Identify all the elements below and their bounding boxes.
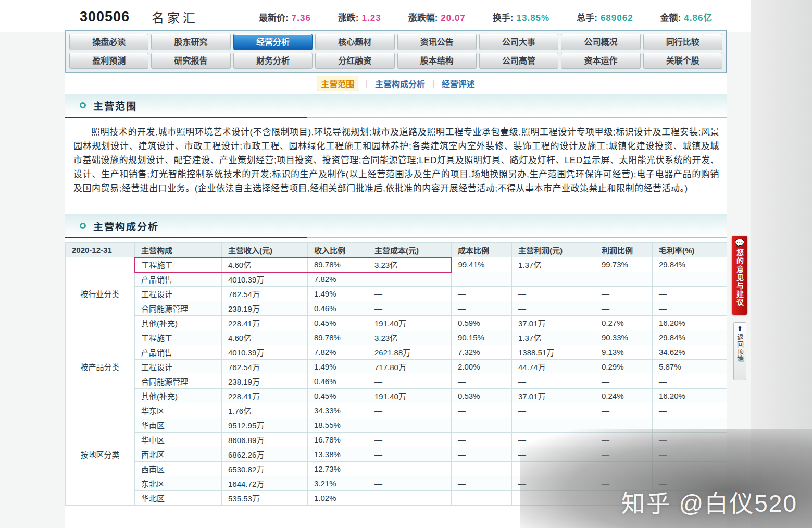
value-cell: — xyxy=(512,447,595,462)
tab-经营分析[interactable]: 经营分析 xyxy=(233,34,313,50)
tab-股本结构[interactable]: 股本结构 xyxy=(397,53,477,69)
value-cell: — xyxy=(653,491,727,506)
value-cell: 34.33% xyxy=(308,403,368,418)
composition-name: 产品销售 xyxy=(135,272,222,287)
value-cell: — xyxy=(512,301,595,316)
value-cell: — xyxy=(452,491,512,506)
table-body: 按行业分类工程施工4.60亿89.78%3.23亿99.41%1.37亿99.7… xyxy=(66,257,727,506)
group-label: 按行业分类 xyxy=(66,257,135,330)
value-cell: — xyxy=(368,272,452,287)
value-cell: 16.78% xyxy=(308,433,368,447)
feedback-button[interactable]: 💬 您的意见与建议 xyxy=(732,236,747,315)
back-to-top-button[interactable]: ⬆ 返回顶端 xyxy=(733,322,746,380)
speech-bubble-icon: 💬 xyxy=(735,239,745,247)
tab-股东研究[interactable]: 股东研究 xyxy=(151,34,230,50)
tab-row-2: 盈利预测研究报告财务分析分红融资股本结构公司高管资本运作关联个股 xyxy=(69,53,722,69)
tab-资本运作[interactable]: 资本运作 xyxy=(561,53,640,69)
composition-name: 工程设计 xyxy=(135,360,222,374)
value-cell: 29.84% xyxy=(653,257,727,272)
value-cell: 99.73% xyxy=(595,257,653,272)
value-cell: — xyxy=(368,418,452,433)
tab-分红融资[interactable]: 分红融资 xyxy=(315,53,394,69)
value-cell: 7.82% xyxy=(308,345,368,360)
subnav-item-主营构成分析[interactable]: 主营构成分析 xyxy=(375,77,425,90)
value-cell: 8606.89万 xyxy=(222,433,308,447)
section-bullet-icon xyxy=(80,223,86,229)
value-cell: 5.87% xyxy=(653,360,727,374)
value-cell: 1.76亿 xyxy=(222,403,308,418)
value-cell: 3.23亿 xyxy=(368,257,452,272)
value-cell: 191.40万 xyxy=(368,316,452,330)
value-cell: 2.00% xyxy=(452,360,512,374)
column-header: 利润比例 xyxy=(595,243,653,257)
quote-field: 金额:4.86亿 xyxy=(660,10,713,23)
value-cell: 0.59% xyxy=(452,316,512,330)
subnav-item-主营范围[interactable]: 主营范围 xyxy=(317,76,358,91)
value-cell: 18.55% xyxy=(308,418,368,433)
value-cell: 1388.51万 xyxy=(512,345,595,360)
tab-公司高管[interactable]: 公司高管 xyxy=(479,53,558,69)
value-cell: — xyxy=(595,491,653,506)
table-row: 东北区1644.72万3.21%————— xyxy=(66,476,727,491)
value-cell: — xyxy=(452,374,512,389)
tab-研究报告[interactable]: 研究报告 xyxy=(151,53,230,69)
tab-核心题材[interactable]: 核心题材 xyxy=(315,34,394,50)
value-cell: — xyxy=(653,403,727,418)
value-cell: 238.19万 xyxy=(222,301,308,316)
value-cell: 3.23亿 xyxy=(368,330,452,345)
value-cell: 535.53万 xyxy=(222,491,308,506)
value-cell: — xyxy=(512,476,595,491)
table-row: 华中区8606.89万16.78%————— xyxy=(66,433,727,447)
tab-同行比较[interactable]: 同行比较 xyxy=(643,34,722,50)
value-cell: 762.54万 xyxy=(222,287,308,301)
tab-公司大事[interactable]: 公司大事 xyxy=(479,34,558,50)
value-cell: — xyxy=(595,272,653,287)
value-cell: — xyxy=(368,287,452,301)
subnav-item-经营评述[interactable]: 经营评述 xyxy=(442,77,475,90)
value-cell: — xyxy=(452,403,512,418)
value-cell: 12.73% xyxy=(308,462,368,476)
tab-公司概况[interactable]: 公司概况 xyxy=(561,34,640,50)
value-cell: — xyxy=(452,447,512,462)
composition-name: 西北区 xyxy=(135,447,222,462)
quote-field: 最新价:7.36 xyxy=(259,10,311,23)
value-cell: — xyxy=(653,287,727,301)
value-cell: — xyxy=(512,462,595,476)
value-cell: — xyxy=(595,374,653,389)
value-cell: 44.74万 xyxy=(512,360,595,374)
value-cell: — xyxy=(595,301,653,316)
value-cell: 4010.39万 xyxy=(222,345,308,360)
value-cell: 0.27% xyxy=(595,316,653,330)
value-cell: 29.84% xyxy=(653,330,727,345)
value-cell: 99.41% xyxy=(452,257,512,272)
value-cell: — xyxy=(512,287,595,301)
column-header: 收入比例 xyxy=(308,243,368,257)
stock-name: 名家汇 xyxy=(152,8,198,26)
value-cell: — xyxy=(368,403,452,418)
value-cell: — xyxy=(653,476,727,491)
value-cell: 0.46% xyxy=(308,301,368,316)
table-header-row: 2020-12-31 主营构成主营收入(元)收入比例主营成本(元)成本比例主营利… xyxy=(66,243,727,257)
tab-盈利预测[interactable]: 盈利预测 xyxy=(69,53,148,69)
tab-关联个股[interactable]: 关联个股 xyxy=(643,53,722,69)
value-cell: 0.24% xyxy=(595,389,653,403)
value-cell: — xyxy=(368,476,452,491)
value-cell: — xyxy=(368,447,452,462)
composition-name: 东北区 xyxy=(135,476,222,491)
composition-name: 华东区 xyxy=(135,403,222,418)
table-row: 西北区6862.26万13.38%————— xyxy=(66,447,727,462)
value-cell: 7.32% xyxy=(452,345,512,360)
tab-资讯公告[interactable]: 资讯公告 xyxy=(397,34,477,50)
value-cell: — xyxy=(512,403,595,418)
tab-操盘必读[interactable]: 操盘必读 xyxy=(69,34,148,50)
value-cell: 238.19万 xyxy=(222,374,308,389)
value-cell: — xyxy=(512,418,595,433)
composition-name: 西南区 xyxy=(135,462,222,476)
composition-name: 合同能源管理 xyxy=(135,301,222,316)
column-header: 成本比例 xyxy=(452,243,512,257)
value-cell: — xyxy=(653,272,727,287)
value-cell: — xyxy=(452,418,512,433)
value-cell: — xyxy=(512,433,595,447)
stock-code: 300506 xyxy=(80,9,130,25)
tab-财务分析[interactable]: 财务分析 xyxy=(233,53,313,69)
